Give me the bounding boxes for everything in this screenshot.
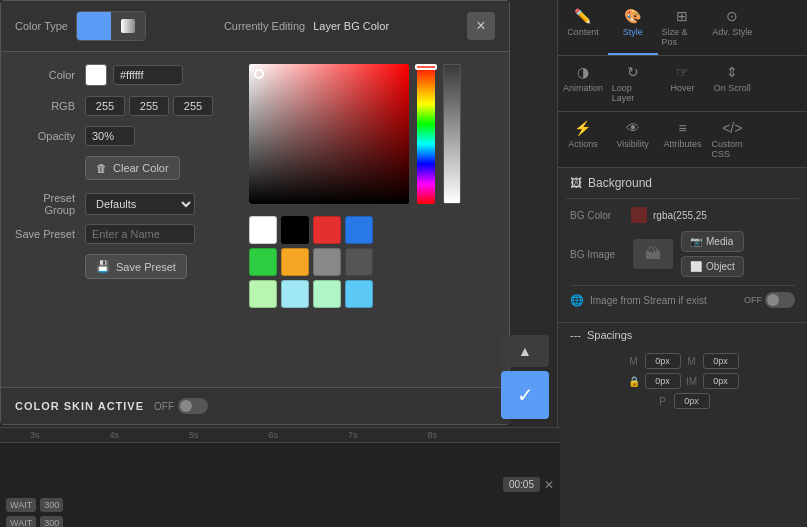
- color-swatch-input: [85, 64, 183, 86]
- toggle-switch[interactable]: [178, 398, 208, 414]
- tab-attributes[interactable]: ≡ Attributes: [658, 112, 708, 167]
- actions-icon: ⚡: [574, 120, 591, 136]
- confirm-button[interactable]: ✓: [501, 371, 549, 419]
- swatch-lightblue[interactable]: [281, 280, 309, 308]
- color-type-solid-btn[interactable]: [77, 12, 111, 40]
- tab-loop-layer[interactable]: ↻ Loop Layer: [608, 56, 658, 111]
- background-section-header: 🖼 Background: [558, 168, 807, 198]
- timeline-track: [0, 443, 560, 473]
- tab-custom-css[interactable]: </> Custom CSS: [707, 112, 757, 167]
- hue-slider[interactable]: [417, 64, 435, 204]
- clear-color-button[interactable]: 🗑 Clear Color: [85, 156, 180, 180]
- layer-name: Layer BG Color: [313, 20, 389, 32]
- blue-input[interactable]: [173, 96, 213, 116]
- swatch-darkgray[interactable]: [345, 248, 373, 276]
- wait-value-2: 300: [40, 516, 63, 527]
- opacity-slider[interactable]: [443, 64, 461, 204]
- object-button[interactable]: ⬜ Object: [681, 256, 744, 277]
- time-5s: 5s: [189, 430, 199, 440]
- spacings-grid: M M 🔒 IM P: [558, 347, 807, 419]
- tab-on-scroll[interactable]: ⇕ On Scroll: [707, 56, 757, 111]
- gradient-picker[interactable]: [249, 64, 409, 204]
- lock-icon: 🔒: [627, 376, 641, 387]
- tab-animation[interactable]: ◑ Animation: [558, 56, 608, 111]
- green-input[interactable]: [129, 96, 169, 116]
- tab-visibility[interactable]: 👁 Visibility: [608, 112, 658, 167]
- bottom-bar: COLOR SKIN ACTIVE OFF: [1, 387, 511, 424]
- bg-color-swatch[interactable]: [631, 207, 647, 223]
- swatch-black[interactable]: [281, 216, 309, 244]
- right-picker: [249, 64, 461, 308]
- background-label: Background: [588, 176, 652, 190]
- style-icon: 🎨: [624, 8, 641, 24]
- trash-icon: 🗑: [96, 162, 107, 174]
- im-icon: IM: [685, 376, 699, 387]
- tab-hover[interactable]: ☞ Hover: [658, 56, 708, 111]
- save-preset-row: Save Preset: [15, 224, 235, 244]
- swatch-red[interactable]: [313, 216, 341, 244]
- tab-actions[interactable]: ⚡ Actions: [558, 112, 608, 167]
- attributes-icon: ≡: [678, 120, 686, 136]
- preset-name-input[interactable]: [85, 224, 195, 244]
- p-icon: P: [656, 396, 670, 407]
- color-picker-area: [249, 64, 461, 204]
- timeline-close-icon[interactable]: ✕: [544, 478, 554, 492]
- swatch-white[interactable]: [249, 216, 277, 244]
- panel-body: Color RGB Opacity 🗑 Cl: [1, 52, 509, 320]
- scroll-up-button[interactable]: ▲: [501, 335, 549, 367]
- margin-mid-input[interactable]: [645, 373, 681, 389]
- stream-label: Image from Stream if exist: [590, 295, 738, 306]
- margin-top2-input[interactable]: [703, 353, 739, 369]
- swatch-grid: [249, 216, 461, 308]
- mountain-icon: 🏔: [645, 245, 661, 263]
- stream-toggle-switch[interactable]: [765, 292, 795, 308]
- tab-adv-style[interactable]: ⊙ Adv. Style: [707, 0, 757, 55]
- time-8s: 8s: [428, 430, 438, 440]
- tab-style[interactable]: 🎨 Style: [608, 0, 658, 55]
- tab-size-pos[interactable]: ⊞ Size & Pos: [658, 0, 708, 55]
- checkmark-icon: ✓: [517, 383, 534, 407]
- currently-editing-label: Currently Editing: [224, 20, 305, 32]
- swatch-mint[interactable]: [313, 280, 341, 308]
- timeline-ruler: 3s 4s 5s 6s 7s 8s: [0, 428, 560, 443]
- nav-tabs-row1: ✏️ Content 🎨 Style ⊞ Size & Pos ⊙ Adv. S…: [558, 0, 807, 56]
- background-content: BG Color rgba(255,25 BG Image 🏔 📷 Media …: [558, 199, 807, 322]
- hover-icon: ☞: [676, 64, 689, 80]
- color-type-gradient-btn[interactable]: [111, 12, 145, 40]
- close-button[interactable]: ×: [467, 12, 495, 40]
- swatch-cyan[interactable]: [345, 280, 373, 308]
- preset-group-row: Preset Group Defaults: [15, 192, 235, 216]
- margin-top-input[interactable]: [645, 353, 681, 369]
- panel-header: Color Type Currently Editing Layer BG Co…: [1, 1, 509, 52]
- swatch-lightgreen[interactable]: [249, 280, 277, 308]
- tab-visibility-label: Visibility: [617, 139, 649, 149]
- time-4s: 4s: [110, 430, 120, 440]
- current-time-badge: 00:05: [503, 477, 540, 492]
- preset-group-select[interactable]: Defaults: [85, 193, 195, 215]
- save-preset-button[interactable]: 💾 Save Preset: [85, 254, 187, 279]
- padding-input[interactable]: [674, 393, 710, 409]
- media-button[interactable]: 📷 Media: [681, 231, 744, 252]
- red-input[interactable]: [85, 96, 125, 116]
- swatch-blue[interactable]: [345, 216, 373, 244]
- tab-content[interactable]: ✏️ Content: [558, 0, 608, 55]
- time-6s: 6s: [269, 430, 279, 440]
- wait-row-1: WAIT 300: [0, 496, 560, 514]
- svg-point-0: [89, 21, 99, 31]
- hex-input[interactable]: [113, 65, 183, 85]
- bg-color-label: BG Color: [570, 210, 625, 221]
- tab-on-scroll-label: On Scroll: [714, 83, 751, 93]
- svg-rect-1: [121, 19, 135, 33]
- nav-tabs-row3: ⚡ Actions 👁 Visibility ≡ Attributes </> …: [558, 112, 807, 168]
- stream-off-label: OFF: [744, 295, 762, 305]
- color-swatch[interactable]: [85, 64, 107, 86]
- margin-mid2-input[interactable]: [703, 373, 739, 389]
- color-type-toggle: [76, 11, 146, 41]
- swatch-green[interactable]: [249, 248, 277, 276]
- swatch-yellow[interactable]: [281, 248, 309, 276]
- loop-icon: ↻: [627, 64, 639, 80]
- tab-adv-style-label: Adv. Style: [712, 27, 752, 37]
- time-7s: 7s: [348, 430, 358, 440]
- opacity-input[interactable]: [85, 126, 135, 146]
- swatch-gray[interactable]: [313, 248, 341, 276]
